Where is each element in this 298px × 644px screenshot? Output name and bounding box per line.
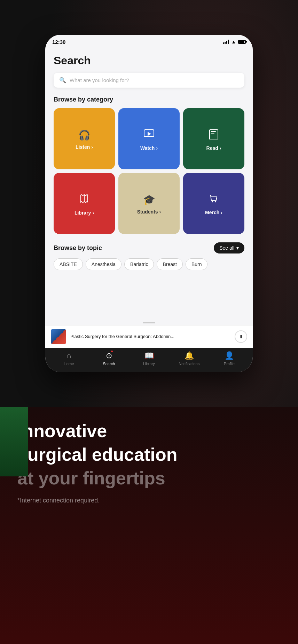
person-icon: 👤 (225, 351, 234, 360)
category-listen[interactable]: 🎧 Listen › (54, 108, 115, 169)
pause-icon: ⏸ (238, 334, 243, 339)
signal-icon (223, 40, 229, 44)
battery-icon (238, 40, 246, 44)
chevron-down-icon: ▾ (236, 245, 239, 251)
topic-section-title: Browse by topic (54, 244, 102, 252)
marketing-section: Innovative surgical education at your fi… (0, 407, 298, 644)
drag-indicator (143, 322, 155, 323)
topic-header: Browse by topic See all ▾ (54, 242, 244, 253)
marketing-subline: at your fingertips (17, 468, 281, 489)
search-bar[interactable]: 🔍 What are you looking for? (54, 73, 244, 88)
library-icon-wrap: 📖 (144, 351, 154, 360)
see-all-button[interactable]: See all ▾ (214, 242, 244, 253)
topic-chip-bariatric[interactable]: Bariatric (124, 258, 154, 270)
nav-notifications[interactable]: 🔔 Notifications (169, 351, 209, 366)
category-grid: 🎧 Listen › Watch › (54, 108, 244, 234)
marketing-image (0, 407, 28, 476)
search-bar-icon: 🔍 (59, 77, 66, 83)
watch-icon (143, 128, 155, 142)
read-icon (208, 128, 219, 142)
status-bar: 12:30 ▲ (45, 35, 253, 49)
notifications-icon-wrap: 🔔 (185, 351, 194, 360)
home-icon: ⌂ (66, 351, 71, 360)
now-playing-info: Plastic Surgery for the General Surgeon:… (70, 334, 230, 340)
nav-home[interactable]: ⌂ Home (49, 351, 89, 366)
phone-content: Search 🔍 What are you looking for? Brows… (45, 49, 253, 348)
svg-point-7 (215, 201, 216, 202)
svg-rect-5 (211, 133, 214, 134)
status-time: 12:30 (52, 39, 65, 45)
svg-rect-4 (211, 131, 216, 132)
bottom-navigation: ⌂ Home ⊙ Search 📖 Library 🔔 Notification… (45, 348, 253, 372)
category-library[interactable]: Library › (54, 173, 115, 234)
students-label: Students › (137, 209, 161, 215)
profile-icon-wrap: 👤 (225, 351, 234, 360)
merch-label: Merch › (205, 210, 222, 215)
now-playing-thumbnail (51, 329, 66, 344)
now-playing-bar[interactable]: Plastic Surgery for the General Surgeon:… (45, 325, 253, 348)
category-section-title: Browse by category (54, 96, 244, 103)
nav-home-label: Home (64, 362, 74, 366)
library-label: Library › (74, 210, 94, 216)
category-students[interactable]: 🎓 Students › (118, 173, 180, 234)
search-bar-placeholder: What are you looking for? (70, 77, 239, 83)
status-icons: ▲ (223, 39, 246, 45)
page-title: Search (54, 54, 244, 67)
students-icon: 🎓 (143, 194, 155, 206)
search-nav-icon: ⊙ (106, 351, 112, 360)
library-nav-icon: 📖 (144, 351, 154, 360)
bell-icon: 🔔 (185, 351, 194, 360)
svg-marker-1 (148, 132, 151, 136)
category-merch[interactable]: Merch › (183, 173, 244, 234)
phone-frame: 12:30 ▲ Search 🔍 What are you looking fo… (45, 35, 253, 372)
nav-profile-label: Profile (224, 362, 235, 366)
search-icon-wrap: ⊙ (106, 351, 112, 360)
search-dot-indicator (111, 351, 113, 352)
marketing-headline-line1: Innovative (17, 421, 281, 442)
see-all-label: See all (219, 245, 234, 251)
pause-button[interactable]: ⏸ (235, 330, 247, 343)
merch-icon (209, 193, 219, 206)
topic-chip-anesthesia[interactable]: Anesthesia (86, 258, 121, 270)
nav-library-label: Library (143, 362, 155, 366)
nav-library[interactable]: 📖 Library (129, 351, 169, 366)
read-label: Read › (206, 145, 221, 151)
marketing-disclaimer: *Internet connection required. (17, 497, 281, 504)
category-read[interactable]: Read › (183, 108, 244, 169)
listen-label: Listen › (76, 144, 93, 150)
topic-chip-burn[interactable]: Burn (186, 258, 208, 270)
topic-chip-absite[interactable]: ABSITE (54, 258, 83, 270)
nav-notifications-label: Notifications (179, 362, 199, 366)
nav-search[interactable]: ⊙ Search (89, 351, 129, 366)
nav-search-label: Search (103, 362, 115, 366)
topic-chip-breast[interactable]: Breast (157, 258, 182, 270)
listen-icon: 🎧 (78, 129, 91, 141)
topic-chips: ABSITE Anesthesia Bariatric Breast Burn (54, 258, 244, 270)
home-icon-wrap: ⌂ (66, 351, 71, 360)
now-playing-title: Plastic Surgery for the General Surgeon:… (70, 334, 230, 340)
marketing-headline-line2: surgical education (17, 444, 281, 465)
watch-label: Watch › (140, 145, 158, 151)
library-icon (79, 193, 90, 207)
wifi-icon: ▲ (231, 39, 236, 45)
category-watch[interactable]: Watch › (118, 108, 180, 169)
nav-profile[interactable]: 👤 Profile (209, 351, 249, 366)
svg-point-6 (212, 201, 213, 202)
